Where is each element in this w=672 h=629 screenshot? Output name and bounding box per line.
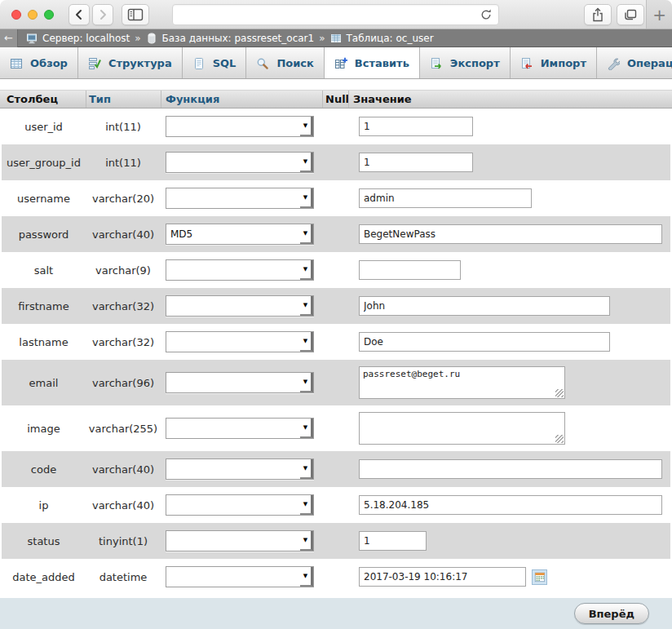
column-name: date_added xyxy=(2,571,86,583)
function-select[interactable]: ▼ xyxy=(166,116,314,137)
column-name: user_id xyxy=(2,121,86,133)
function-select-value xyxy=(166,188,300,208)
function-select[interactable]: ▼ xyxy=(166,458,314,480)
function-select[interactable]: ▼ xyxy=(166,418,314,439)
chevron-down-icon: ▼ xyxy=(300,419,313,438)
breadcrumb-item-server[interactable]: Сервер: localhost xyxy=(42,33,130,44)
breadcrumb-separator: » xyxy=(319,33,325,44)
value-input[interactable] xyxy=(359,296,610,316)
column-type: varchar(40) xyxy=(86,463,161,476)
tab-insert[interactable]: Вставить xyxy=(325,47,420,79)
function-select[interactable]: ▼ xyxy=(166,152,314,173)
url-input[interactable] xyxy=(173,5,480,24)
function-select-value: MD5 xyxy=(166,224,300,244)
breadcrumb-item-table[interactable]: Таблица: oc_user xyxy=(347,33,434,44)
function-select[interactable]: ▼ xyxy=(166,372,314,393)
breadcrumb-item-database[interactable]: База данных: passreset_ocar1 xyxy=(162,33,315,44)
function-cell: ▼ xyxy=(161,418,322,439)
tab-operations[interactable]: Операции xyxy=(597,47,672,79)
column-name: salt xyxy=(2,264,86,277)
function-select-value xyxy=(166,567,300,587)
function-cell: ▼ xyxy=(161,116,322,137)
calendar-button[interactable] xyxy=(532,569,547,585)
function-select-value xyxy=(166,260,300,280)
sidebar-toggle-button[interactable] xyxy=(122,4,149,25)
breadcrumb-back-arrow[interactable]: ← xyxy=(0,29,18,47)
value-textarea-wrap xyxy=(359,412,565,445)
function-select[interactable]: ▼ xyxy=(166,259,314,281)
value-cell xyxy=(348,459,670,479)
forward-button[interactable] xyxy=(92,4,113,25)
back-button[interactable] xyxy=(69,4,90,25)
value-cell xyxy=(348,332,670,352)
header-column: Столбец xyxy=(0,91,86,108)
value-input[interactable] xyxy=(359,153,473,172)
export-icon xyxy=(430,57,443,70)
function-select[interactable]: ▼ xyxy=(166,566,314,587)
tab-import[interactable]: Импорт xyxy=(511,47,597,79)
value-textarea[interactable] xyxy=(359,366,565,399)
value-input[interactable] xyxy=(359,224,662,244)
value-textarea[interactable] xyxy=(359,412,565,445)
new-tab-button[interactable]: + xyxy=(646,0,672,29)
breadcrumb-bar: ← Сервер: localhost»База данных: passres… xyxy=(0,29,672,47)
back-icon xyxy=(73,8,86,21)
header-type[interactable]: Тип xyxy=(86,91,161,108)
resize-grip-icon[interactable] xyxy=(555,435,564,443)
browser-window: + ← Сервер: localhost»База данных: passr… xyxy=(0,0,672,629)
go-button[interactable]: Вперёд xyxy=(574,603,649,624)
tabs-overview-icon xyxy=(623,8,638,21)
function-cell: ▼ xyxy=(161,152,322,173)
breadcrumb: Сервер: localhost»База данных: passreset… xyxy=(26,33,434,44)
function-select-value xyxy=(166,153,300,172)
header-function[interactable]: Функция xyxy=(161,91,322,108)
value-input[interactable] xyxy=(359,531,427,551)
share-button[interactable] xyxy=(584,4,612,25)
function-select[interactable]: ▼ xyxy=(166,188,314,209)
value-input[interactable] xyxy=(359,188,532,208)
table-row: statustinyint(1)▼ xyxy=(2,523,670,559)
column-name: email xyxy=(2,377,86,389)
value-input[interactable] xyxy=(359,260,461,280)
function-cell: ▼ xyxy=(161,259,322,281)
function-cell: ▼ xyxy=(161,295,322,317)
tab-browse[interactable]: Обзор xyxy=(0,47,78,79)
structure-icon xyxy=(88,57,101,70)
tab-export[interactable]: Экспорт xyxy=(420,47,511,79)
function-select[interactable]: ▼ xyxy=(166,494,314,516)
value-input[interactable] xyxy=(359,459,662,479)
reload-icon[interactable] xyxy=(480,8,493,21)
function-select[interactable]: ▼ xyxy=(166,331,314,352)
value-cell xyxy=(348,224,670,244)
zoom-window-button[interactable] xyxy=(44,10,54,20)
chevron-down-icon: ▼ xyxy=(300,153,313,172)
column-name: lastname xyxy=(2,336,86,348)
resize-grip-icon[interactable] xyxy=(555,389,564,397)
tab-sql[interactable]: SQL xyxy=(183,47,247,79)
value-input[interactable] xyxy=(359,117,473,136)
minimize-window-button[interactable] xyxy=(28,10,38,20)
function-select-value xyxy=(166,531,300,551)
value-input[interactable] xyxy=(359,495,662,515)
value-input[interactable] xyxy=(359,332,610,352)
value-input[interactable] xyxy=(359,567,526,587)
function-select[interactable]: MD5▼ xyxy=(166,224,314,245)
address-bar[interactable] xyxy=(172,4,499,25)
database-icon xyxy=(146,33,157,44)
server-icon xyxy=(26,33,38,44)
show-tabs-button[interactable] xyxy=(617,4,644,25)
function-select[interactable]: ▼ xyxy=(166,530,314,551)
insert-page: Столбец Тип Функция Null Значение user_i… xyxy=(0,79,672,629)
close-window-button[interactable] xyxy=(11,10,21,20)
share-icon xyxy=(591,7,604,22)
function-cell: ▼ xyxy=(161,331,322,352)
function-select[interactable]: ▼ xyxy=(166,295,314,317)
column-name: password xyxy=(2,228,86,241)
value-cell xyxy=(348,531,670,551)
tab-search[interactable]: Поиск xyxy=(246,47,324,79)
tab-structure[interactable]: Структура xyxy=(78,47,183,79)
function-cell: ▼ xyxy=(161,530,322,551)
column-type: varchar(96) xyxy=(86,377,161,389)
operations-icon xyxy=(607,57,620,70)
tab-bar: ОбзорСтруктураSQLПоискВставитьЭкспортИмп… xyxy=(0,47,672,79)
